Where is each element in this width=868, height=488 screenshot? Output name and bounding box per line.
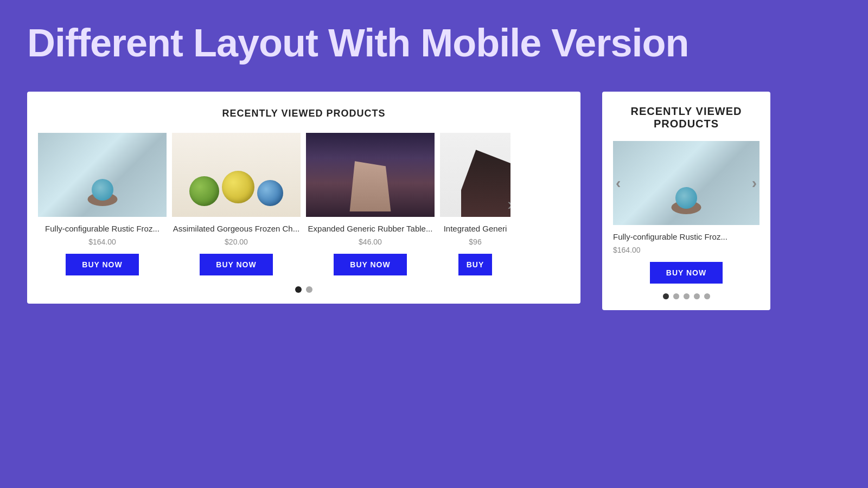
mobile-product-image bbox=[613, 141, 760, 225]
mobile-dot-3[interactable] bbox=[684, 293, 690, 299]
product-name-3: Expanded Generic Rubber Table... bbox=[306, 223, 435, 234]
product-image-1 bbox=[38, 133, 167, 217]
next-arrow-mobile-icon[interactable]: › bbox=[752, 175, 757, 192]
product-card-1: Fully-configurable Rustic Froz... $164.0… bbox=[38, 133, 167, 275]
mobile-product-area: ‹ › bbox=[613, 141, 760, 225]
buy-now-button-4[interactable]: BUY bbox=[458, 254, 493, 275]
buy-now-button-1[interactable]: BUY NOW bbox=[66, 254, 138, 275]
product-image-2 bbox=[172, 133, 301, 217]
product-price-3: $46.00 bbox=[306, 237, 435, 246]
product-name-2: Assimilated Gorgeous Frozen Ch... bbox=[172, 223, 301, 234]
mobile-buy-btn-wrapper: BUY NOW bbox=[613, 262, 760, 284]
product-price-4: $96 bbox=[440, 237, 510, 246]
mobile-product-price: $164.00 bbox=[613, 246, 760, 254]
mobile-dot-4[interactable] bbox=[694, 293, 700, 299]
products-row: Fully-configurable Rustic Froz... $164.0… bbox=[38, 133, 570, 275]
content-row: RECENTLY VIEWED PRODUCTS Fully-configura… bbox=[27, 92, 841, 310]
product-image-4 bbox=[440, 133, 510, 217]
dot-1[interactable] bbox=[295, 286, 302, 293]
ball-yellow bbox=[222, 171, 254, 203]
page-wrapper: Different Layout With Mobile Version REC… bbox=[0, 0, 868, 488]
ball-green bbox=[189, 176, 219, 206]
main-widget-title: RECENTLY VIEWED PRODUCTS bbox=[38, 108, 570, 119]
mobile-buy-now-button[interactable]: BUY NOW bbox=[650, 262, 723, 284]
product-card-3: Expanded Generic Rubber Table... $46.00 … bbox=[306, 133, 435, 275]
prev-arrow-icon[interactable]: ‹ bbox=[616, 175, 621, 192]
product-card-4: Integrated Generi $96 BUY › bbox=[440, 133, 510, 275]
mobile-dot-2[interactable] bbox=[673, 293, 679, 299]
product-name-1: Fully-configurable Rustic Froz... bbox=[38, 223, 167, 234]
mobile-product-name: Fully-configurable Rustic Froz... bbox=[613, 232, 760, 242]
buy-now-button-2[interactable]: BUY NOW bbox=[200, 254, 272, 275]
dot-2[interactable] bbox=[306, 286, 312, 293]
buy-now-button-3[interactable]: BUY NOW bbox=[334, 254, 406, 275]
mobile-widget-title: RECENTLY VIEWED PRODUCTS bbox=[613, 105, 760, 130]
mobile-dot-5[interactable] bbox=[704, 293, 710, 299]
next-arrow-icon[interactable]: › bbox=[507, 194, 510, 214]
product-price-1: $164.00 bbox=[38, 237, 167, 246]
mobile-dot-1[interactable] bbox=[663, 293, 669, 299]
product-image-3 bbox=[306, 133, 435, 217]
carousel-dots bbox=[38, 286, 570, 293]
page-title: Different Layout With Mobile Version bbox=[27, 22, 841, 65]
product-card-2: Assimilated Gorgeous Frozen Ch... $20.00… bbox=[172, 133, 301, 275]
product-name-4: Integrated Generi bbox=[440, 223, 510, 234]
ball-blue bbox=[257, 180, 283, 206]
mobile-carousel-dots bbox=[613, 293, 760, 299]
main-carousel-widget: RECENTLY VIEWED PRODUCTS Fully-configura… bbox=[27, 92, 580, 304]
product-price-2: $20.00 bbox=[172, 237, 301, 246]
mobile-carousel-widget: RECENTLY VIEWED PRODUCTS ‹ › Fully-confi… bbox=[602, 92, 770, 310]
